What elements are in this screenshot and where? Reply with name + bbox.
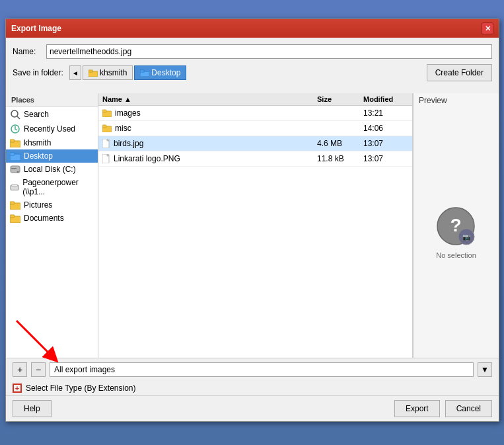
create-folder-button[interactable]: Create Folder [427,64,492,81]
sidebar-item-network[interactable]: Pageonerpower (\\p1... [6,176,98,198]
name-row: Name: [13,44,492,59]
sidebar-item-desktop-label: Desktop [24,151,53,161]
svg-point-4 [11,110,18,117]
sidebar-item-desktop[interactable]: Desktop [6,149,98,163]
sidebar-item-pictures[interactable]: Pictures [6,198,98,212]
breadcrumb-khsmith-label: khsmith [100,68,127,77]
svg-rect-1 [89,70,92,72]
export-button[interactable]: Export [394,400,440,417]
expand-filetype-button[interactable]: + [13,384,22,393]
no-selection-label: No selection [436,251,476,259]
buttons-row: Help Export Cancel [6,395,499,421]
select-filetype-label: Select File Type (By Extension) [26,384,136,393]
remove-bookmark-button[interactable]: − [31,362,46,377]
sidebar-item-recently-used-label: Recently Used [24,124,75,134]
svg-point-12 [17,171,19,173]
svg-rect-19 [10,215,15,218]
file-icon [102,139,110,148]
file-size-cell [313,112,359,114]
nav-back-button[interactable]: ◄ [69,65,81,80]
documents-icon [10,214,20,223]
recent-icon [10,124,20,134]
svg-rect-15 [12,184,18,187]
table-row[interactable]: Linkarati logo.PNG 11.8 kB 13:07 [98,151,412,167]
places-header: Places [6,93,98,107]
title-bar: Export Image ✕ [6,19,499,38]
svg-line-5 [17,116,20,119]
svg-rect-8 [10,140,15,142]
folder-icon [140,69,149,77]
select-filetype-row: + Select File Type (By Extension) [6,381,499,395]
filename-input[interactable] [46,44,492,59]
table-row[interactable]: birds.jpg 4.6 MB 13:07 [98,136,412,151]
sidebar-item-khsmith-label: khsmith [24,138,51,147]
main-body: Places Search Recently Used [6,93,499,358]
file-type-display: All export images [50,362,474,377]
add-bookmark-button[interactable]: + [13,362,27,377]
file-modified-cell: 13:07 [359,138,412,149]
sidebar-item-search[interactable]: Search [6,107,98,122]
file-size-cell: 4.6 MB [313,138,359,149]
sidebar-item-documents[interactable]: Documents [6,212,98,225]
folder-icon [102,109,112,117]
file-type-dropdown-button[interactable]: ▼ [478,362,492,377]
file-size-cell [313,127,359,130]
svg-text:📷: 📷 [462,233,471,241]
network-icon [10,182,19,192]
close-button[interactable]: ✕ [482,22,493,34]
export-image-dialog: Export Image ✕ Name: Save in folder: ◄ k… [5,19,499,422]
file-size-cell: 11.8 kB [313,153,359,165]
cancel-button[interactable]: Cancel [445,400,492,417]
svg-rect-10 [10,153,15,155]
bottom-area: + − All export images ▼ [6,358,499,381]
file-modified-cell: 14:06 [359,122,412,134]
table-row[interactable]: misc 14:06 [98,121,412,136]
file-list-header: Name ▲ Size Modified [98,93,412,106]
svg-rect-17 [10,202,15,204]
column-name[interactable]: Name ▲ [98,93,313,105]
sidebar-item-search-label: Search [24,110,49,119]
file-name-cell: birds.jpg [98,138,313,149]
column-size[interactable]: Size [313,93,359,105]
folder-navigation: ◄ khsmith Desktop [69,65,186,80]
svg-rect-13 [11,168,17,169]
table-row[interactable]: images 13:21 [98,106,412,121]
file-modified-cell: 13:07 [359,153,412,165]
places-sidebar: Places Search Recently Used [6,93,98,358]
preview-panel: Preview ? 📷 No selection [413,93,499,358]
save-in-folder-label: Save in folder: [13,68,65,77]
svg-rect-21 [102,110,106,112]
svg-rect-23 [102,125,106,128]
folder-icon [89,69,98,77]
sidebar-item-khsmith[interactable]: khsmith [6,136,98,149]
file-name-cell: misc [98,122,313,134]
drive-icon [10,165,20,174]
search-icon [10,109,20,120]
sidebar-item-local-disk-label: Local Disk (C:) [24,165,76,174]
sidebar-item-documents-label: Documents [24,214,64,223]
help-button[interactable]: Help [13,400,52,417]
sidebar-item-recently-used[interactable]: Recently Used [6,122,98,136]
file-name-cell: Linkarati logo.PNG [98,153,313,165]
folder-row: Save in folder: ◄ khsmith Desktop [13,64,492,81]
svg-rect-3 [140,70,144,72]
sidebar-item-network-label: Pageonerpower (\\p1... [22,178,94,196]
name-label: Name: [13,47,42,56]
file-name-cell: images [98,107,313,119]
column-modified[interactable]: Modified [359,93,412,105]
preview-area: ? 📷 No selection [436,108,476,358]
preview-no-selection-icon: ? 📷 [436,206,476,246]
preview-header: Preview [414,93,452,108]
sidebar-item-pictures-label: Pictures [24,200,52,210]
breadcrumb-desktop[interactable]: Desktop [134,65,186,80]
file-icon [102,154,110,163]
sidebar-item-local-disk[interactable]: Local Disk (C:) [6,163,98,176]
file-list: Name ▲ Size Modified images [98,93,413,358]
dialog-title: Export Image [11,24,61,33]
pictures-icon [10,200,20,210]
desktop-icon [10,151,20,161]
folder-icon [10,138,20,147]
breadcrumb-khsmith[interactable]: khsmith [83,65,133,80]
folder-icon [102,124,112,132]
breadcrumb-desktop-label: Desktop [151,68,180,77]
